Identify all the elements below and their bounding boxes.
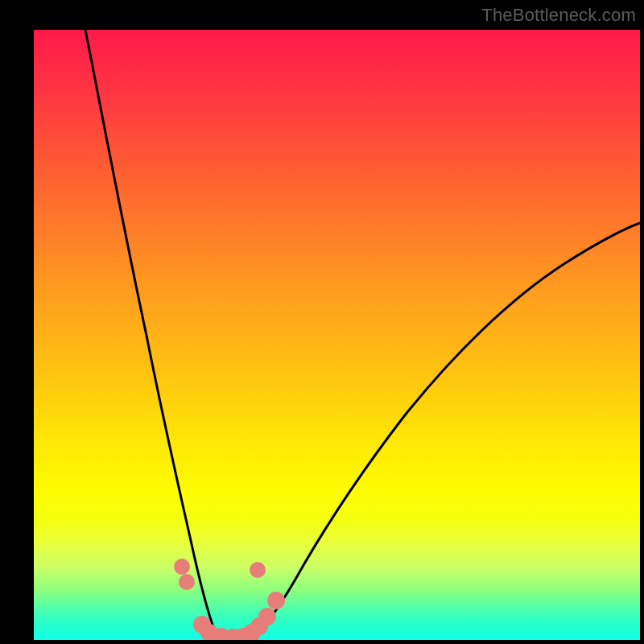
chart-frame: TheBottleneck.com <box>0 0 644 644</box>
curve-layer <box>34 30 640 640</box>
marker-dot <box>174 559 190 575</box>
plot-area <box>34 30 640 640</box>
watermark-text: TheBottleneck.com <box>481 5 636 26</box>
marker-group <box>174 559 285 640</box>
curve-right-branch <box>252 223 640 639</box>
marker-dot <box>179 574 195 590</box>
curve-left-branch <box>85 30 216 640</box>
marker-dot <box>250 562 266 578</box>
marker-dot <box>267 592 285 609</box>
marker-dot <box>258 608 276 625</box>
